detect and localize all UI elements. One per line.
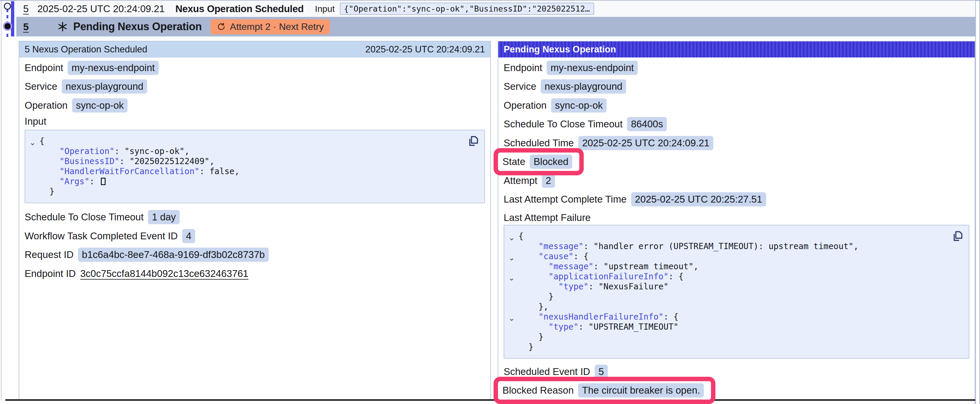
- chevron-spacer: [28, 168, 40, 178]
- last-attempt-failure-label: Last Attempt Failure: [504, 211, 969, 224]
- field-row-schedule-to-close-timeout: Schedule To Close Timeout 86400s: [504, 115, 969, 134]
- field-row-workflow-task-completed-event-id: Workflow Task Completed Event ID 4: [25, 227, 485, 246]
- field-value-chip: 4: [182, 229, 195, 243]
- field-value-chip: nexus-playground: [541, 79, 626, 93]
- chevron-spacer: [507, 263, 519, 273]
- pending-operation-panel: Pending Nexus Operation Endpoint my-nexu…: [498, 41, 975, 404]
- copy-icon[interactable]: [951, 230, 964, 242]
- field-value-chip: sync-op-ok: [72, 98, 127, 112]
- field-label: Schedule To Close Timeout: [504, 119, 623, 130]
- chevron-spacer: [28, 188, 40, 198]
- input-label: Input: [315, 4, 335, 14]
- chevron-spacer: [507, 293, 519, 303]
- field-label: Scheduled Time: [504, 138, 574, 149]
- field-row-endpoint: Endpoint my-nexus-endpoint: [25, 59, 485, 77]
- asterisk-pending-icon: [57, 21, 68, 32]
- field-label: Attempt: [504, 175, 538, 186]
- pending-panel-title: Pending Nexus Operation: [504, 44, 616, 55]
- field-label: Service: [504, 81, 536, 92]
- field-value-chip: 2: [542, 174, 555, 188]
- copy-icon[interactable]: [466, 135, 480, 147]
- field-row-request-id: Request ID b1c6a4bc-8ee7-468a-9169-df3b0…: [25, 246, 485, 265]
- field-value-chip: 86400s: [627, 117, 667, 131]
- chevron-spacer: [507, 242, 519, 253]
- event-detail-panel: 5 Nexus Operation Scheduled 2025-02-25 U…: [19, 41, 491, 401]
- event-type-title: Nexus Operation Scheduled: [175, 3, 304, 14]
- pending-panel-header: Pending Nexus Operation: [498, 41, 975, 57]
- input-preview-chip[interactable]: {"Operation":"sync-op-ok","BusinessID":"…: [340, 3, 594, 15]
- collapse-chevron-icon[interactable]: ⌄: [507, 273, 519, 283]
- field-label: Last Attempt Complete Time: [504, 194, 627, 205]
- field-row-operation: Operation sync-op-ok: [25, 96, 485, 115]
- attempt-retry-badge: Attempt 2 · Next Retry: [211, 19, 330, 34]
- field-row-schedule-to-close-timeout: Schedule To Close Timeout 1 day: [25, 208, 485, 227]
- failure-json-viewer: ⌄{ "message": "handler error (UPSTREAM_T…: [504, 225, 969, 359]
- field-value-chip: 2025-02-25 UTC 20:25:27.51: [631, 192, 766, 206]
- window-left-border: [1, 1, 2, 401]
- field-value-chip: 1 day: [148, 210, 180, 224]
- field-row-operation: Operation sync-op-ok: [504, 96, 969, 115]
- field-label: Endpoint: [504, 62, 542, 73]
- blocked-reason-annotation-box: Blocked Reason The circuit breaker is op…: [493, 377, 716, 404]
- field-value-chip: my-nexus-endpoint: [547, 61, 638, 75]
- input-json-viewer: ⌄{ "Operation": "sync-op-ok", "BusinessI…: [25, 130, 485, 203]
- chevron-spacer: [507, 283, 519, 293]
- input-section-label: Input: [25, 115, 485, 128]
- retry-refresh-icon: [216, 22, 226, 32]
- field-row-last-attempt-complete-time: Last Attempt Complete Time 2025-02-25 UT…: [504, 190, 969, 209]
- field-value-chip: my-nexus-endpoint: [68, 61, 159, 75]
- field-label: Operation: [504, 100, 547, 111]
- field-label: Request ID: [25, 249, 73, 260]
- field-row-endpoint: Endpoint my-nexus-endpoint: [504, 59, 969, 77]
- event-panel-header: 5 Nexus Operation Scheduled 2025-02-25 U…: [19, 41, 490, 57]
- field-row-blocked-reason: Blocked Reason The circuit breaker is op…: [504, 381, 969, 400]
- chevron-spacer: [507, 303, 519, 313]
- state-annotation-box: State Blocked: [493, 148, 584, 175]
- empty-array-icon: [101, 178, 106, 185]
- collapse-chevron-icon[interactable]: ⌄: [507, 233, 519, 242]
- field-value-chip: b1c6a4bc-8ee7-468a-9169-df3b02c8737b: [78, 248, 269, 262]
- window-bottom-edge: [5, 399, 975, 401]
- field-row-service: Service nexus-playground: [25, 77, 485, 96]
- field-value-chip: nexus-playground: [62, 79, 147, 93]
- field-label: Service: [25, 81, 57, 92]
- endpoint-id-link[interactable]: 3c0c75ccfa8144b092c13ce632463761: [80, 268, 248, 279]
- blocked-reason-value-chip: The circuit breaker is open.: [578, 383, 704, 398]
- chevron-spacer: [507, 333, 519, 343]
- event-id-link[interactable]: 5: [23, 21, 29, 33]
- selected-row-indicator-bar: [11, 1, 14, 36]
- event-id-link[interactable]: 5: [23, 3, 29, 14]
- chevron-spacer: [507, 343, 519, 353]
- timeline-filled-circle-icon[interactable]: [5, 23, 11, 29]
- chevron-spacer: [28, 158, 40, 168]
- field-label: Endpoint ID: [25, 268, 76, 279]
- field-row-service: Service nexus-playground: [504, 77, 969, 96]
- field-label: Operation: [25, 100, 68, 111]
- timeline-open-circle-icon[interactable]: [4, 3, 11, 10]
- field-label: Scheduled Event ID: [504, 366, 590, 377]
- event-panel-title: 5 Nexus Operation Scheduled: [25, 44, 147, 55]
- field-value-chip: 2025-02-25 UTC 20:24:09.21: [578, 136, 713, 150]
- field-label: Workflow Task Completed Event ID: [25, 230, 178, 242]
- pending-nexus-operation-row[interactable]: 5 Pending Nexus Operation Attempt 2 · Ne…: [16, 17, 975, 36]
- collapse-chevron-icon[interactable]: ⌄: [507, 253, 519, 263]
- event-timestamp: 2025-02-25 UTC 20:24:09.21: [37, 3, 165, 14]
- field-value-chip: sync-op-ok: [551, 98, 606, 112]
- field-label: Schedule To Close Timeout: [25, 211, 143, 223]
- scrollbar-track[interactable]: [975, 1, 980, 404]
- chevron-spacer: [28, 147, 40, 158]
- chevron-spacer: [28, 178, 40, 188]
- state-value-chip: Blocked: [530, 155, 572, 169]
- event-row-nexus-operation-scheduled[interactable]: 5 2025-02-25 UTC 20:24:09.21 Nexus Opera…: [16, 1, 975, 17]
- collapse-chevron-icon[interactable]: ⌄: [507, 313, 519, 323]
- field-label: State: [503, 156, 525, 167]
- field-label: Blocked Reason: [503, 385, 574, 396]
- event-panel-timestamp: 2025-02-25 UTC 20:24:09.21: [366, 44, 485, 55]
- pending-operation-title: Pending Nexus Operation: [73, 21, 202, 33]
- field-label: Endpoint: [25, 62, 63, 73]
- chevron-spacer: [507, 323, 519, 333]
- field-row-endpoint-id: Endpoint ID 3c0c75ccfa8144b092c13ce63246…: [25, 264, 485, 283]
- collapse-chevron-icon[interactable]: ⌄: [28, 138, 40, 147]
- attempt-badge-label: Attempt 2 · Next Retry: [230, 21, 324, 32]
- field-row-state: State Blocked: [504, 152, 969, 171]
